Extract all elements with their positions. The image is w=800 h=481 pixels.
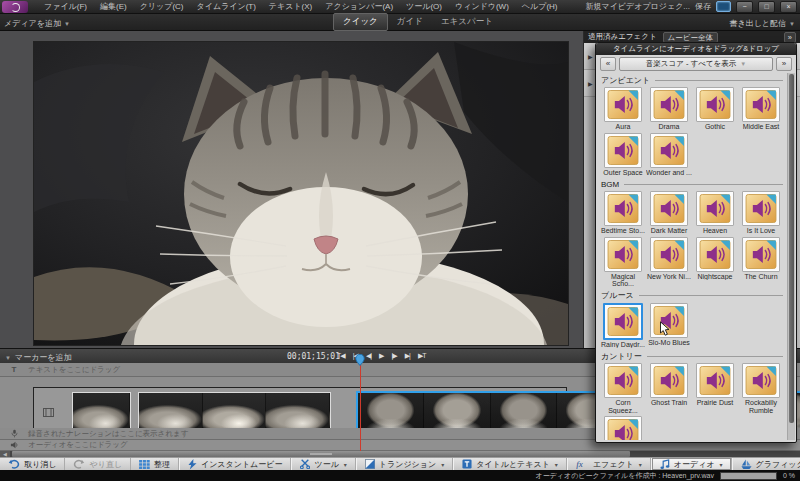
tab-expert[interactable]: エキスパート (432, 14, 502, 30)
graphics-button[interactable]: グラフィック▾ (732, 458, 800, 470)
monitor-panel (0, 31, 583, 348)
menu-item-6[interactable]: ツール(O) (406, 1, 442, 12)
video-preview[interactable] (33, 41, 569, 346)
audio-clip-item[interactable]: Drama (646, 87, 692, 131)
menu-item-4[interactable]: テキスト(X) (269, 1, 312, 12)
audio-clip-item[interactable]: Middle East (738, 87, 784, 131)
audio-speaker-icon (653, 240, 685, 269)
graphics-icon (741, 459, 752, 470)
next-page-button[interactable]: » (776, 57, 792, 71)
playhead-marker[interactable] (355, 352, 365, 370)
audio-speaker-icon (607, 194, 639, 223)
audio-clip-item[interactable]: Is It Love (738, 191, 784, 235)
menu-item-2[interactable]: クリップ(C) (140, 1, 184, 12)
audio-category-name: ブルース (601, 290, 634, 301)
audio-clip-label: Bedtime Sto... (600, 227, 646, 235)
add-marker-button[interactable]: ▼ マーカーを追加 (5, 352, 72, 363)
audio-clip-item[interactable]: Prairie Dust (692, 363, 738, 414)
audio-clip-label: Drama (646, 123, 692, 131)
prev-text-button[interactable]: T◀ (337, 352, 345, 360)
save-button[interactable]: 保存 (695, 1, 711, 12)
popup-scrollbar-thumb[interactable] (789, 74, 794, 423)
audio-clip-icon (603, 303, 643, 340)
transitions-button[interactable]: トランジション▾ (356, 458, 453, 470)
expand-panel-button[interactable]: » (784, 32, 796, 43)
tab-guide[interactable]: ガイド (388, 14, 432, 30)
tab-applied-effects[interactable]: 適用済みエフェクト (588, 32, 657, 42)
transport-controls: T◀|◀◀|▶|▶▶|▶T (337, 352, 426, 360)
add-media-label: メディアを追加 (4, 18, 61, 29)
audio-clip-item[interactable]: Bedtime Sto... (600, 191, 646, 235)
audio-clip-item[interactable]: Outer Space (600, 133, 646, 177)
audio-clip-label: Ghost Train (646, 399, 692, 407)
audio-clip-item[interactable]: Aura (600, 87, 646, 131)
tab-quick[interactable]: クイック (333, 13, 388, 31)
audio-clip-icon (604, 191, 642, 226)
close-button[interactable]: × (780, 1, 797, 13)
menu-item-5[interactable]: アクションバー(A) (325, 1, 393, 12)
audio-clip-icon (696, 191, 734, 226)
menu-item-8[interactable]: ヘルプ(H) (522, 1, 558, 12)
effects-button[interactable]: fxエフェクト▾ (567, 458, 651, 470)
organize-button[interactable]: 整理 (131, 458, 179, 470)
audio-speaker-icon (699, 240, 731, 269)
transitions-icon (365, 459, 375, 469)
tab-movie-whole[interactable]: ムービー全体 (663, 32, 718, 43)
audio-clip-icon (742, 191, 780, 226)
instant-movie-button[interactable]: インスタントムービー (179, 458, 292, 470)
maximize-button[interactable]: □ (758, 1, 775, 13)
audio-clip-item[interactable]: The Churn (738, 237, 784, 288)
audio-speaker-icon (653, 90, 685, 119)
audio-clip-item[interactable]: Nightscape (692, 237, 738, 288)
track-gutter (34, 408, 62, 417)
tools-button[interactable]: ツール▾ (291, 458, 355, 470)
playhead-line[interactable] (360, 363, 361, 451)
play-button[interactable]: ▶ (379, 352, 383, 360)
caret-down-icon: ▼ (789, 21, 795, 27)
menu-item-3[interactable]: タイムライン(T) (197, 1, 256, 12)
expand-arrow-icon: ▶ (588, 53, 593, 60)
audio-clip-item[interactable]: Ghost Train (646, 363, 692, 414)
audio-clip-item[interactable]: Rockabilly Rumble (738, 363, 784, 414)
menu-item-0[interactable]: ファイル(F) (44, 1, 87, 12)
audio-clip-item[interactable]: Rainy Daydr... (600, 303, 646, 349)
audio-clip-label: Rainy Daydr... (600, 341, 646, 349)
audio-speaker-icon (653, 194, 685, 223)
menu-item-1[interactable]: 編集(E) (100, 1, 127, 12)
audio-clip-item[interactable]: Savannah Sp... (600, 416, 646, 440)
audio-clip-icon (650, 87, 688, 122)
audio-clip-label: Aura (600, 123, 646, 131)
audio-clip-item[interactable]: Magical Scho... (600, 237, 646, 288)
popup-scrollbar[interactable] (787, 73, 795, 440)
audio-speaker-icon (653, 366, 685, 395)
menu-item-7[interactable]: ウィンドウ(W) (455, 1, 509, 12)
step-back-button[interactable]: ◀| (366, 352, 371, 360)
undo-button[interactable]: 取り消し (0, 458, 65, 470)
audio-popup-title[interactable]: タイムラインにオーディオをドラッグ&ドロップ (596, 43, 796, 55)
step-forward-button[interactable]: |▶ (391, 352, 396, 360)
audio-clip-item[interactable]: Gothic (692, 87, 738, 131)
minimize-button[interactable]: − (736, 1, 753, 13)
audio-category: BGM Bedtime Sto... Dark Matter Heaven Is… (598, 178, 786, 290)
status-message: オーディオのピークファイルを作成中 : Heaven_prv.wav (536, 471, 714, 481)
audio-clip-item[interactable]: New York Ni... (646, 237, 692, 288)
audio-button[interactable]: オーディオ▾ (651, 458, 732, 470)
prev-page-button[interactable]: « (600, 57, 616, 71)
export-share-button[interactable]: 書き出しと配信 ▼ (729, 18, 795, 29)
go-to-end-button[interactable]: ▶| (405, 352, 410, 360)
redo-button[interactable]: やり直し (65, 458, 131, 470)
titles-text-button[interactable]: タイトルとテキスト▾ (453, 458, 567, 470)
audio-clip-item[interactable]: Dark Matter (646, 191, 692, 235)
audio-clip-item[interactable]: Wonder and ... (646, 133, 692, 177)
audio-filter-dropdown[interactable]: 音楽スコア - すべてを表示 ▼ (619, 57, 773, 71)
audio-clip-label: Rockabilly Rumble (738, 399, 784, 414)
undo-icon (8, 459, 20, 469)
audio-clip-item[interactable]: Corn Squeez... (600, 363, 646, 414)
audio-clip-item[interactable]: Heaven (692, 191, 738, 235)
audio-speaker-icon (607, 307, 639, 336)
project-title: 新規マイビデオプロジェク... (585, 1, 690, 12)
monitor-icon[interactable] (716, 1, 731, 12)
titles-text-icon (462, 459, 472, 469)
add-media-button[interactable]: メディアを追加 ▼ (4, 18, 70, 29)
next-text-button[interactable]: ▶T (418, 352, 426, 360)
